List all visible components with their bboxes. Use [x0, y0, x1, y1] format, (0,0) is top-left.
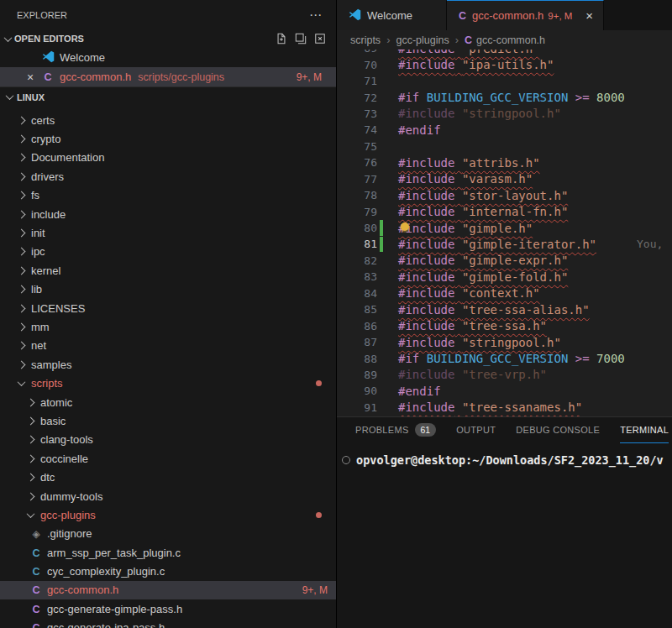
tree-item-coccinelle[interactable]: coccinelle — [0, 449, 336, 468]
line-number: 72 — [337, 92, 377, 104]
code-text: #include "context.h" — [398, 286, 540, 300]
code-line-87[interactable]: 87#include "stringpool.h" — [337, 334, 672, 350]
code-line-80[interactable]: 80#include "gimple.h" — [337, 220, 672, 236]
tree-item-basic[interactable]: basic — [0, 411, 336, 430]
code-line-72[interactable]: 72#if BUILDING_GCC_VERSION >= 8000 — [337, 89, 672, 105]
panel-tab-output[interactable]: OUTPUT — [456, 417, 496, 443]
tree-item-gcc-common-h[interactable]: Cgcc-common.h9+, M — [0, 581, 336, 599]
tree-item-certs[interactable]: certs — [0, 111, 336, 129]
tree-item-dtc[interactable]: dtc — [0, 468, 336, 486]
open-editor-gcc-common-h[interactable]: ×Cgcc-common.hscripts/gcc-plugins9+, M — [0, 67, 336, 86]
tree-item-gcc-generate-ipa-pass-h[interactable]: Cgcc-generate-ipa-pass.h — [0, 619, 336, 628]
tree-item-mm[interactable]: mm — [0, 317, 336, 336]
open-editor-welcome[interactable]: Welcome — [0, 48, 336, 67]
close-tab-icon[interactable]: × — [585, 9, 593, 22]
code-line-71[interactable]: 71 — [337, 73, 672, 89]
line-number: 71 — [337, 75, 377, 87]
tree-item-init[interactable]: init — [0, 223, 336, 242]
save-all-icon[interactable] — [295, 33, 307, 44]
gutter-spacer — [380, 384, 383, 399]
open-editors-header[interactable]: OPEN EDITORS — [0, 29, 336, 48]
close-editor-icon[interactable]: × — [0, 71, 40, 84]
token: #include — [398, 254, 454, 267]
token: "varasm.h" — [462, 172, 533, 186]
panel-tab-debug-console[interactable]: DEBUG CONSOLE — [516, 417, 600, 443]
code-text: #endif — [398, 123, 441, 137]
panel-tab-label: TERMINAL — [620, 425, 669, 435]
gutter-spacer — [380, 367, 383, 382]
tree-item-fs[interactable]: fs — [0, 186, 336, 205]
folder-label: lib — [31, 283, 42, 296]
open-editors-list: Welcome×Cgcc-common.hscripts/gcc-plugins… — [0, 48, 336, 86]
vscode-logo-icon — [349, 8, 361, 24]
code-line-91[interactable]: 91#include "tree-ssanames.h" — [337, 400, 672, 416]
panel-tab-terminal[interactable]: TERMINAL — [620, 417, 669, 443]
tree-item-licenses[interactable]: LICENSES — [0, 299, 336, 317]
tree-item-drivers[interactable]: drivers — [0, 167, 336, 186]
code-line-90[interactable]: 90#endif — [337, 383, 672, 399]
panel-tab-problems[interactable]: PROBLEMS61 — [355, 417, 436, 443]
code-line-84[interactable]: 84#include "context.h" — [337, 285, 672, 301]
token: #include — [398, 50, 454, 55]
code-line-75[interactable]: 75 — [337, 139, 672, 154]
code-text: #include "internal-fn.h" — [398, 205, 568, 218]
close-all-editors-icon[interactable] — [314, 33, 326, 44]
tree-item-samples[interactable]: samples — [0, 355, 336, 374]
code-editor[interactable]: 69#include "predict.h"70#include "ipa-ut… — [337, 50, 672, 416]
gitignore-file-icon: ◈ — [30, 527, 42, 540]
code-line-69[interactable]: 69#include "predict.h" — [337, 50, 672, 56]
tree-item-kernel[interactable]: kernel — [0, 261, 336, 280]
code-text: #include "gimple-fold.h" — [398, 270, 568, 284]
more-actions-icon[interactable]: ⋯ — [309, 8, 323, 23]
lightbulb-icon[interactable] — [401, 222, 409, 231]
tree-item-include[interactable]: include — [0, 205, 336, 223]
code-line-89[interactable]: 89#include "tree-vrp.h" — [337, 367, 672, 383]
code-line-83[interactable]: 83#include "gimple-fold.h" — [337, 269, 672, 285]
code-line-85[interactable]: 85#include "tree-ssa-alias.h" — [337, 301, 672, 317]
tree-item-ipc[interactable]: ipc — [0, 243, 336, 261]
tree-item-scripts[interactable]: scripts — [0, 374, 336, 392]
workspace-header[interactable]: LINUX — [0, 86, 336, 107]
code-line-81[interactable]: 81#include "gimple-iterator.h"You, — [337, 236, 672, 252]
open-editor-label: gcc-common.h — [60, 71, 131, 83]
open-editor-description: scripts/gcc-plugins — [138, 71, 224, 83]
breadcrumb-item-gcc-plugins[interactable]: gcc-plugins — [396, 34, 449, 46]
tree-item-net[interactable]: net — [0, 337, 336, 355]
new-untitled-file-icon[interactable] — [276, 33, 287, 44]
tree-item-crypto[interactable]: crypto — [0, 129, 336, 148]
code-line-79[interactable]: 79#include "internal-fn.h" — [337, 203, 672, 219]
tree-item-documentation[interactable]: Documentation — [0, 149, 336, 167]
gutter-spacer — [380, 302, 383, 317]
code-line-77[interactable]: 77#include "varasm.h" — [337, 171, 672, 187]
tree-item-gcc-plugins[interactable]: gcc-plugins — [0, 505, 336, 524]
tree-item-dummy-tools[interactable]: dummy-tools — [0, 487, 336, 505]
code-line-82[interactable]: 82#include "gimple-expr.h" — [337, 253, 672, 269]
tab-welcome[interactable]: Welcome — [337, 0, 447, 30]
breadcrumb-item-gcc-common-h[interactable]: Cgcc-common.h — [465, 34, 545, 46]
c-header-file-icon: C — [30, 621, 42, 628]
code-line-78[interactable]: 78#include "stor-layout.h" — [337, 187, 672, 203]
tree-item-atomic[interactable]: atomic — [0, 393, 336, 411]
breadcrumb-item-scripts[interactable]: scripts — [350, 34, 381, 46]
open-editor-label: Welcome — [60, 51, 105, 64]
tree-item-arm-ssp-per-task-plugin-c[interactable]: Carm_ssp_per_task_plugin.c — [0, 543, 336, 562]
line-number: 79 — [337, 206, 377, 218]
gutter-spacer — [380, 139, 383, 154]
code-line-70[interactable]: 70#include "ipa-utils.h" — [337, 56, 672, 72]
tree-item-lib[interactable]: lib — [0, 280, 336, 299]
gutter-spacer — [380, 204, 383, 219]
code-line-86[interactable]: 86#include "tree-ssa.h" — [337, 317, 672, 333]
tree-item-cyc-complexity-plugin-c[interactable]: Ccyc_complexity_plugin.c — [0, 562, 336, 580]
code-line-73[interactable]: 73#include "stringpool.h" — [337, 106, 672, 122]
terminal[interactable]: opvolger@desktop:~/Downloads/SF2_2023_11… — [337, 443, 672, 628]
token: >= — [575, 91, 590, 104]
token: #if — [398, 352, 419, 365]
tree-item-gitignore[interactable]: ◈.gitignore — [0, 525, 336, 543]
tree-item-gcc-generate-gimple-pass-h[interactable]: Cgcc-generate-gimple-pass.h — [0, 599, 336, 618]
tab-label: Welcome — [367, 9, 412, 22]
code-line-76[interactable]: 76#include "attribs.h" — [337, 154, 672, 170]
code-line-74[interactable]: 74#endif — [337, 122, 672, 138]
tree-item-clang-tools[interactable]: clang-tools — [0, 431, 336, 449]
code-line-88[interactable]: 88#if BUILDING_GCC_VERSION >= 7000 — [337, 350, 672, 366]
tab-gcc-common-h[interactable]: Cgcc-common.h9+, M× — [447, 0, 604, 30]
